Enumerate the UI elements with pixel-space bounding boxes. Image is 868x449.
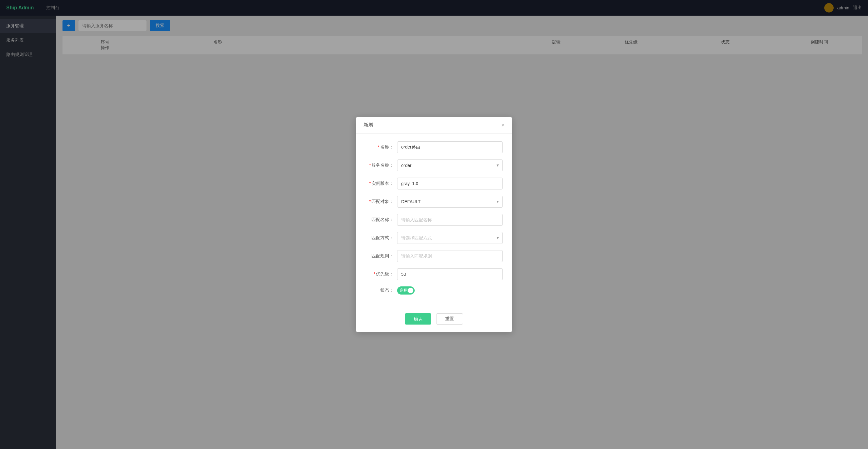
modal-body: *名称： *服务名称： order ▼ *实例版本： xyxy=(356,134,512,308)
toggle-label: 启用 xyxy=(397,288,408,293)
label-service-name: *服务名称： xyxy=(365,162,393,168)
label-match-rule: 匹配规则： xyxy=(365,253,393,259)
label-match-name: 匹配名称： xyxy=(365,217,393,222)
form-row-instance-version: *实例版本： xyxy=(365,178,503,189)
select-match-target[interactable]: DEFAULT xyxy=(397,196,503,208)
form-row-match-name: 匹配名称： xyxy=(365,214,503,226)
input-instance-version[interactable] xyxy=(397,178,503,189)
label-match-target: *匹配对象： xyxy=(365,199,393,205)
input-match-rule[interactable] xyxy=(397,250,503,262)
modal: 新增 × *名称： *服务名称： order xyxy=(356,117,512,332)
input-name[interactable] xyxy=(397,141,503,153)
select-wrapper-match-target: DEFAULT ▼ xyxy=(397,196,503,208)
confirm-button[interactable]: 确认 xyxy=(405,313,431,325)
label-instance-version: *实例版本： xyxy=(365,181,393,186)
label-status: 状态： xyxy=(365,288,393,293)
modal-title: 新增 xyxy=(363,122,373,128)
form-row-priority: *优先级： xyxy=(365,268,503,280)
form-row-match-rule: 匹配规则： xyxy=(365,250,503,262)
select-wrapper-match-method: 请选择匹配方式 ▼ xyxy=(397,232,503,244)
form-row-name: *名称： xyxy=(365,141,503,153)
status-toggle[interactable]: 启用 xyxy=(397,287,415,295)
form-row-match-method: 匹配方式： 请选择匹配方式 ▼ xyxy=(365,232,503,244)
form-row-status: 状态： 启用 xyxy=(365,287,503,295)
modal-header: 新增 × xyxy=(356,117,512,134)
toggle-wrapper: 启用 xyxy=(397,287,415,295)
toggle-knob xyxy=(408,288,413,293)
modal-footer: 确认 重置 xyxy=(356,308,512,332)
select-wrapper-service-name: order ▼ xyxy=(397,159,503,171)
label-priority: *优先级： xyxy=(365,271,393,277)
toggle-slider: 启用 xyxy=(397,287,415,295)
select-match-method[interactable]: 请选择匹配方式 xyxy=(397,232,503,244)
input-match-name[interactable] xyxy=(397,214,503,226)
label-match-method: 匹配方式： xyxy=(365,235,393,241)
input-priority[interactable] xyxy=(397,268,503,280)
modal-close-button[interactable]: × xyxy=(501,123,505,128)
select-service-name[interactable]: order xyxy=(397,159,503,171)
form-row-match-target: *匹配对象： DEFAULT ▼ xyxy=(365,196,503,208)
label-name: *名称： xyxy=(365,145,393,150)
form-row-service-name: *服务名称： order ▼ xyxy=(365,159,503,171)
reset-button[interactable]: 重置 xyxy=(436,313,463,325)
modal-overlay: 新增 × *名称： *服务名称： order xyxy=(0,0,868,449)
